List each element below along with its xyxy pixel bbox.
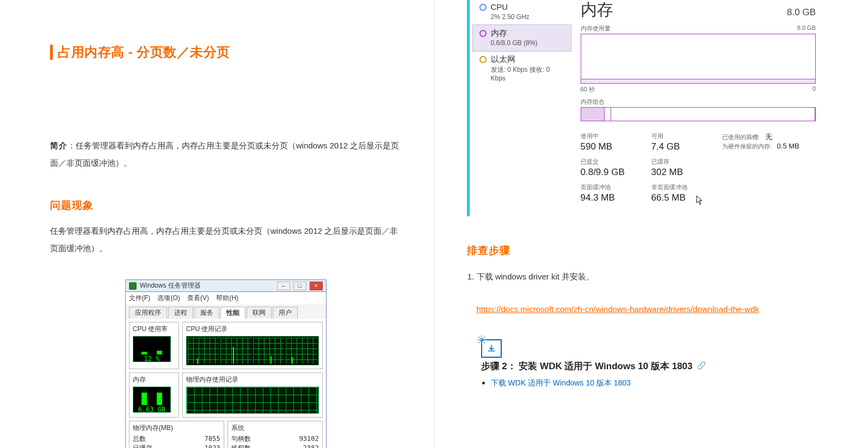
- svg-point-0: [480, 338, 483, 341]
- mem-gauge-label: 内存: [133, 375, 175, 384]
- stat-avail-lbl: 可用: [651, 132, 722, 140]
- nav-net-sub: 发送: 0 Kbps 接收: 0 Kbps: [491, 65, 565, 82]
- stat-cached-lbl: 已缓存: [651, 158, 722, 166]
- mem-usage-chart: [581, 34, 816, 84]
- cpu-gauge: 12 %: [133, 336, 171, 362]
- stat-used-lbl: 使用中: [581, 132, 651, 140]
- taskmgr-icon: [129, 282, 137, 290]
- ms-docs-snippet: 步骤 2： 安装 WDK 适用于 Windows 10 版本 1803 下载 W…: [481, 339, 818, 388]
- cpu-ring-icon: [479, 4, 487, 11]
- perf-nav-cpu[interactable]: CPU 2% 2.50 GHz: [473, 0, 571, 25]
- perf-nav-ethernet[interactable]: 以太网 发送: 0 Kbps 接收: 0 Kbps: [473, 51, 571, 86]
- ms-download-link[interactable]: 下载 WDK 适用于 Windows 10 版本 1803: [491, 378, 631, 387]
- nav-cpu-title: CPU: [491, 2, 530, 12]
- mem-history-label: 物理内存使用记录: [186, 375, 319, 384]
- mem-gauge-value: 6.63 GB: [133, 405, 170, 413]
- system-box: 系统 句柄数93102 线程数2382 进程数150 开机时间0:07:18:0…: [227, 421, 323, 448]
- menu-help[interactable]: 帮助(H): [216, 294, 238, 302]
- symptom-body: 任务管理器看到内存占用高，内存占用主要是分页或未分页（windows 2012 …: [50, 222, 402, 257]
- menu-file[interactable]: 文件(F): [129, 294, 150, 302]
- taskmgr-modern-window: CPU 2% 2.50 GHz 内存 0.6/8.0 GB (8%) 以太网: [467, 0, 818, 216]
- stat-paged-lbl: 页面缓冲池: [581, 183, 651, 191]
- x-axis-left: 60 秒: [581, 85, 595, 94]
- highlight-bar: [467, 0, 470, 216]
- svg-line-6: [483, 342, 484, 343]
- phys-mem-box: 物理内存(MB) 总数7855 已缓存1023 可用1060 空闲85: [129, 421, 224, 448]
- stat-nonpaged-lbl: 非页面缓冲池: [651, 183, 722, 191]
- slab-used: [581, 108, 605, 121]
- section-steps-heading: 排查步骤: [467, 244, 818, 258]
- cpu-gauge-value: 12 %: [133, 354, 170, 362]
- stat-commit-val: 0.8/9.9 GB: [581, 167, 651, 178]
- window-title: Windows 任务管理器: [140, 281, 274, 290]
- menu-bar[interactable]: 文件(F) 选项(O) 查看(V) 帮助(H): [126, 292, 326, 304]
- steps-list: 下载 windows driver kit 并安装。 https://docs.…: [467, 269, 818, 318]
- mem-usage-label: 内存使用量: [581, 24, 611, 33]
- maximize-button[interactable]: □: [293, 282, 306, 290]
- nav-mem-title: 内存: [491, 28, 538, 38]
- tab-networking[interactable]: 联网: [247, 307, 272, 319]
- cpu-history-graph: [186, 336, 319, 365]
- nav-cpu-sub: 2% 2.50 GHz: [491, 13, 530, 21]
- download-arrow-icon: [487, 344, 496, 353]
- nav-mem-sub: 0.6/8.0 GB (8%): [491, 39, 538, 47]
- x-axis-right: 0: [812, 85, 816, 94]
- stat-slots-lbl: 已使用的插槽:: [722, 134, 760, 140]
- step-1: 下载 windows driver kit 并安装。 https://docs.…: [477, 269, 818, 318]
- svg-line-5: [478, 337, 479, 338]
- mem-composition-label: 内存组合: [581, 98, 816, 106]
- stat-nonpaged-val: 66.5 MB: [651, 192, 722, 203]
- stat-avail-val: 7.4 GB: [651, 141, 722, 152]
- mem-gauge-panel: 内存 6.63 GB: [129, 372, 179, 418]
- mem-history-panel: 物理内存使用记录: [182, 372, 323, 418]
- stat-slots-val: 无: [765, 133, 772, 141]
- svg-line-8: [483, 337, 484, 338]
- perf-nav-memory[interactable]: 内存 0.6/8.0 GB (8%): [473, 25, 571, 51]
- stat-hwres-lbl: 为硬件保留的内存:: [722, 143, 772, 150]
- tab-users[interactable]: 用户: [273, 307, 298, 319]
- svg-line-7: [478, 342, 479, 343]
- menu-view[interactable]: 查看(V): [187, 294, 209, 302]
- window-titlebar[interactable]: Windows 任务管理器 – □ ×: [126, 280, 326, 292]
- stat-cached-val: 302 MB: [651, 167, 722, 178]
- net-ring-icon: [479, 56, 487, 63]
- stat-commit-lbl: 已提交: [581, 158, 651, 166]
- ms-download-item: 下载 WDK 适用于 Windows 10 版本 1803: [491, 378, 818, 388]
- tab-processes[interactable]: 进程: [168, 307, 193, 319]
- mem-pane-title: 内存: [581, 0, 613, 21]
- intro-body: ：任务管理器看到内存占用高，内存占用主要是分页或未分页（windows 2012…: [50, 141, 399, 167]
- intro-label: 简介: [50, 141, 67, 150]
- stat-used-val: 590 MB: [581, 141, 651, 152]
- mem-usage-max: 8.0 GB: [797, 24, 816, 33]
- mem-history-graph: [186, 387, 319, 414]
- tab-services[interactable]: 服务: [194, 307, 219, 319]
- tab-applications[interactable]: 应用程序: [129, 307, 167, 319]
- step-1-text: 下载 windows driver kit 并安装。: [477, 272, 595, 281]
- section-symptom-heading: 问题现象: [50, 198, 402, 213]
- taskmgr-legacy-window: Windows 任务管理器 – □ × 文件(F) 选项(O) 查看(V) 帮助…: [125, 279, 327, 448]
- cpu-history-label: CPU 使用记录: [186, 325, 319, 334]
- gear-icon: [477, 335, 488, 346]
- mem-total: 8.0 GB: [787, 7, 816, 18]
- ms-step-title: 步骤 2： 安装 WDK 适用于 Windows 10 版本 1803: [481, 360, 693, 372]
- intro-paragraph: 简介：任务管理器看到内存占用高，内存占用主要是分页或未分页（windows 20…: [50, 137, 402, 171]
- memory-detail-pane: 内存 8.0 GB 内存使用量 8.0 GB 60 秒 0 内存组合: [571, 0, 818, 216]
- menu-options[interactable]: 选项(O): [157, 294, 180, 302]
- tab-row: 应用程序 进程 服务 性能 联网 用户: [126, 304, 326, 319]
- system-title: 系统: [231, 424, 319, 433]
- download-box-icon: [481, 339, 502, 358]
- minimize-button[interactable]: –: [277, 282, 290, 290]
- slab-free: [611, 108, 815, 121]
- stat-paged-val: 94.3 MB: [581, 192, 651, 203]
- cpu-history-panel: CPU 使用记录: [182, 322, 323, 369]
- stat-hwres-val: 0.5 MB: [777, 142, 799, 150]
- nav-net-title: 以太网: [491, 54, 565, 64]
- wdk-download-link[interactable]: https://docs.microsoft.com/zh-cn/windows…: [477, 304, 759, 314]
- tab-performance[interactable]: 性能: [220, 307, 245, 319]
- copy-link-icon[interactable]: [697, 361, 706, 371]
- close-button[interactable]: ×: [310, 282, 323, 290]
- slab-cached: [605, 108, 612, 121]
- perf-nav: CPU 2% 2.50 GHz 内存 0.6/8.0 GB (8%) 以太网: [473, 0, 571, 216]
- column-divider: [434, 0, 435, 448]
- mem-composition-bar: [581, 107, 816, 121]
